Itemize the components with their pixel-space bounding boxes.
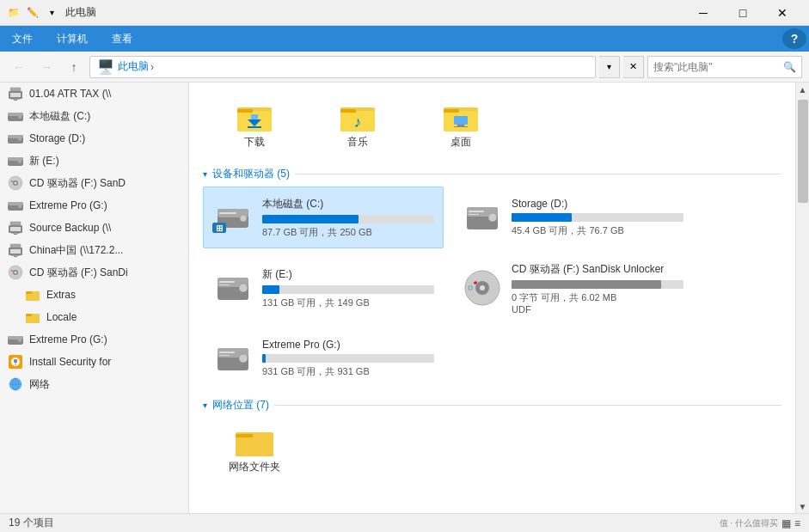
sidebar-item-storage-d[interactable]: Storage (D:): [0, 127, 188, 150]
svg-rect-40: [26, 314, 32, 316]
list-item[interactable]: ⊞ 本地磁盘 (C:) 87.7 GB 可用，共 250 GB: [203, 187, 444, 248]
view-grid-button[interactable]: ▦: [781, 517, 791, 529]
address-dropdown[interactable]: ▾: [599, 56, 620, 78]
new-e-drive-icon: [212, 267, 254, 309]
section-toggle[interactable]: ▾: [203, 169, 207, 179]
list-item[interactable]: CD 驱动器 (F:) SanDisk Unlocker 0 字节 可用，共 6…: [452, 257, 693, 319]
svg-rect-67: [454, 126, 468, 127]
sidebar-item-locale[interactable]: Locale: [0, 306, 188, 328]
sidebar-item-source-backup[interactable]: Source Backup (\\: [0, 217, 188, 239]
svg-rect-64: [444, 109, 459, 113]
svg-rect-46: [14, 359, 17, 363]
maximize-button[interactable]: □: [723, 0, 763, 26]
close-button[interactable]: ✕: [763, 0, 802, 26]
edit-icon: ✏️: [26, 6, 40, 20]
cd-icon: [7, 174, 24, 192]
drive-name: Storage (D:): [512, 198, 683, 210]
svg-rect-78: [469, 214, 479, 215]
sidebar-item-cd-f2[interactable]: CD 驱动器 (F:) SanDi: [0, 261, 188, 284]
list-item[interactable]: Extreme Pro (G:) 931 GB 可用，共 931 GB: [203, 327, 444, 389]
svg-rect-96: [236, 434, 253, 437]
folder-icon: [24, 286, 41, 303]
address-path[interactable]: 🖥️ 此电脑 ›: [89, 56, 596, 78]
minimize-button[interactable]: ─: [683, 0, 723, 26]
svg-point-33: [15, 272, 17, 274]
folders-grid: 下载 ♪ 音乐 桌面: [203, 91, 781, 160]
back-button[interactable]: ←: [7, 55, 31, 79]
search-icon: 🔍: [783, 61, 796, 73]
list-item[interactable]: 桌面: [409, 91, 512, 160]
svg-text:♪: ♪: [354, 113, 362, 131]
sidebar-item-label: Extreme Pro (G:): [29, 333, 107, 345]
list-item[interactable]: Storage (D:) 45.4 GB 可用，共 76.7 GB: [452, 187, 693, 248]
svg-rect-57: [248, 126, 261, 128]
path-separator: ›: [150, 61, 154, 73]
svg-rect-82: [219, 281, 235, 283]
svg-rect-29: [11, 255, 20, 256]
sidebar-item-extras[interactable]: Extras: [0, 284, 188, 306]
svg-rect-1: [10, 93, 21, 97]
sidebar-item-cd-f[interactable]: CD 驱动器 (F:) SanD: [0, 172, 188, 194]
extreme-g-drive-icon: [212, 338, 254, 379]
ribbon-computer[interactable]: 计算机: [45, 26, 100, 52]
ribbon-file[interactable]: 文件: [0, 26, 45, 52]
drive-info: 新 (E:) 131 GB 可用，共 149 GB: [262, 267, 434, 309]
sidebar-item-label: Locale: [46, 311, 77, 323]
search-input[interactable]: [653, 61, 783, 73]
list-item[interactable]: 下载: [203, 91, 306, 160]
sidebar-item-local-c[interactable]: 本地磁盘 (C:): [0, 105, 188, 127]
svg-rect-83: [219, 284, 230, 285]
sidebar-item-label: 本地磁盘 (C:): [29, 109, 90, 124]
window-controls: ─ □ ✕: [683, 0, 802, 26]
sidebar-item-install-security[interactable]: Install Security for: [0, 351, 188, 373]
up-button[interactable]: ↑: [62, 55, 86, 79]
storage-d-drive-icon: [462, 197, 503, 238]
drive-meta: 0 字节 可用，共 6.02 MBUDF: [512, 291, 683, 315]
list-item[interactable]: 新 (E:) 131 GB 可用，共 149 GB: [203, 257, 444, 319]
list-item[interactable]: ♪ 音乐: [306, 91, 409, 160]
drives-grid: ⊞ 本地磁盘 (C:) 87.7 GB 可用，共 250 GB Storage …: [203, 187, 781, 389]
svg-point-76: [488, 213, 497, 222]
sidebar-item-network[interactable]: 网络: [0, 373, 188, 395]
scroll-up-button[interactable]: ▲: [796, 83, 810, 96]
svg-rect-93: [219, 355, 230, 356]
security-icon: [7, 353, 24, 370]
drive-info: CD 驱动器 (F:) SanDisk Unlocker 0 字节 可用，共 6…: [512, 262, 683, 315]
drive-info: Storage (D:) 45.4 GB 可用，共 76.7 GB: [512, 198, 683, 237]
svg-point-86: [480, 285, 485, 290]
address-clear[interactable]: ✕: [623, 56, 644, 78]
svg-point-34: [11, 270, 13, 272]
sidebar-item-extreme-g[interactable]: Extreme Pro (G:): [0, 194, 188, 217]
ribbon-view[interactable]: 查看: [100, 26, 144, 52]
sidebar-item-label: Extras: [46, 289, 76, 301]
ribbon-help[interactable]: ?: [782, 28, 806, 49]
sidebar-item-china[interactable]: China中国 (\\172.2...: [0, 239, 188, 261]
svg-rect-10: [8, 135, 23, 138]
sidebar-item-extreme-g2[interactable]: Extreme Pro (G:): [0, 328, 188, 351]
sidebar-item-atr[interactable]: 01.04 ATR TAX (\\: [0, 83, 188, 105]
scroll-thumb[interactable]: [798, 100, 808, 203]
svg-text:⊞: ⊞: [216, 223, 223, 233]
svg-rect-65: [454, 116, 468, 125]
svg-rect-92: [219, 352, 235, 353]
drive-bar-fill: [262, 354, 266, 363]
svg-rect-7: [8, 113, 23, 116]
view-list-button[interactable]: ≡: [794, 517, 800, 529]
sidebar-item-label: 01.04 ATR TAX (\\: [29, 88, 111, 100]
scroll-down-button[interactable]: ▼: [796, 499, 810, 513]
list-item[interactable]: 网络文件夹: [203, 416, 306, 485]
svg-rect-66: [457, 125, 464, 126]
sidebar-item-new-e[interactable]: 新 (E:): [0, 150, 188, 172]
breadcrumb: 此电脑: [118, 59, 149, 74]
folder-label: 音乐: [347, 135, 368, 150]
svg-rect-47: [15, 363, 16, 365]
network-toggle[interactable]: ▾: [203, 401, 207, 410]
arrow-icon: ▾: [45, 6, 58, 20]
scrollbar: ▲ ▼: [795, 83, 809, 513]
watermark-text: 值 · 什么值得买: [720, 517, 778, 529]
forward-button[interactable]: →: [34, 55, 58, 79]
folder-icon: [24, 309, 41, 326]
drive-meta: 87.7 GB 可用，共 250 GB: [262, 226, 434, 239]
drive-bar-fill: [262, 215, 359, 223]
drive-capacity-bar: [512, 280, 683, 289]
